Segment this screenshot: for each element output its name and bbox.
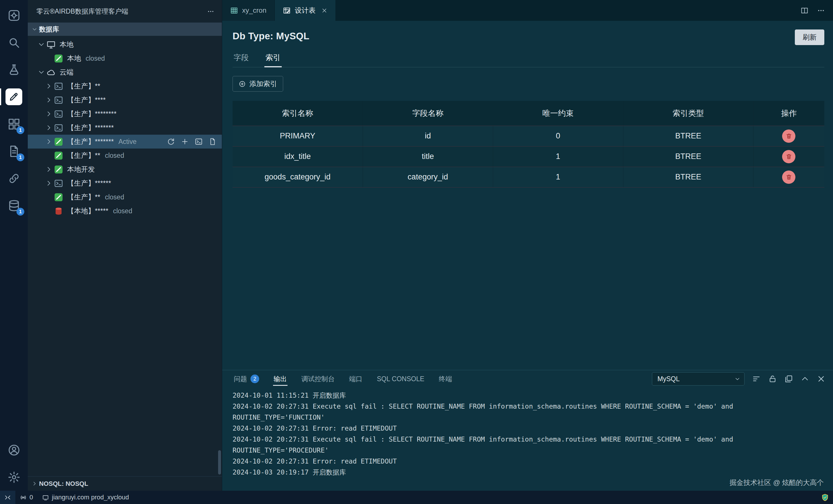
- activity-link[interactable]: [0, 165, 28, 192]
- refresh-button[interactable]: 刷新: [795, 29, 824, 45]
- plus-circle-icon: [239, 80, 246, 87]
- tree-item-label: 本地: [60, 40, 73, 49]
- tree-item[interactable]: 【生产】******: [28, 176, 222, 190]
- chevron-right-icon[interactable]: [44, 138, 54, 145]
- tree-item[interactable]: 【生产】**closed: [28, 190, 222, 204]
- chevron-right-icon[interactable]: [44, 110, 54, 117]
- split-editor-icon[interactable]: [801, 7, 808, 15]
- chevron-down-icon: [735, 376, 740, 382]
- table-cell: idx_title: [233, 146, 363, 167]
- tree-item[interactable]: 【生产】********: [28, 107, 222, 121]
- panel-tab[interactable]: 调试控制台: [301, 371, 335, 387]
- activity-run-debug[interactable]: [0, 56, 28, 83]
- panel-tab[interactable]: 终端: [438, 371, 453, 387]
- output-line: 2024-10-02 20:27:31 Execute sql fail : S…: [233, 434, 805, 456]
- tab-indexes[interactable]: 索引: [264, 53, 282, 67]
- delete-index-button[interactable]: [782, 171, 795, 184]
- remote-host[interactable]: jiangruyi.com prod_xycloud: [38, 491, 134, 504]
- tree-item-label: 【生产】****: [67, 95, 105, 105]
- tree-item[interactable]: 云端: [28, 65, 222, 79]
- tab-xy-cron[interactable]: xy_cron: [222, 0, 275, 21]
- panel-tab[interactable]: 端口: [349, 371, 363, 387]
- tree-item[interactable]: 【生产】*******: [28, 121, 222, 135]
- tree-item[interactable]: 【生产】*******Active: [28, 135, 222, 149]
- sidebar: 零云®AIRDB数据库管理客户端 数据库 本地本地closed云端【生产】**【…: [28, 0, 222, 491]
- chevron-right-icon[interactable]: [44, 83, 54, 90]
- tab-label: 设计表: [295, 6, 315, 15]
- file-icon[interactable]: [209, 137, 217, 146]
- terminal-icon: [54, 123, 63, 133]
- activity-search[interactable]: [0, 29, 28, 56]
- chevron-down-icon[interactable]: [37, 69, 46, 76]
- panel-tab-label: 问题: [234, 375, 247, 383]
- output-line: 2024-10-01 11:15:21 开启数据库: [233, 390, 805, 401]
- tab-design-table[interactable]: 设计表: [275, 0, 336, 21]
- tree-item[interactable]: 本地closed: [28, 51, 222, 65]
- chevron-spacer: [44, 152, 54, 159]
- chevron-spacer: [44, 55, 54, 62]
- tree-item[interactable]: 【生产】**closed: [28, 149, 222, 162]
- plus-icon[interactable]: [181, 137, 189, 146]
- chevron-right-icon: [32, 481, 37, 486]
- editor-column: xy_cron 设计表 刷新 Db Type: MySQL 字段 索引: [222, 0, 833, 491]
- more-actions-icon[interactable]: [207, 8, 214, 15]
- green-db-icon: [54, 165, 63, 174]
- more-actions-icon[interactable]: [817, 7, 825, 15]
- panel-tab[interactable]: 问题2: [233, 371, 260, 387]
- activity-extensions[interactable]: 1: [0, 110, 28, 137]
- docs-badge: 1: [17, 153, 24, 161]
- tree-item[interactable]: 本地开发: [28, 162, 222, 176]
- monitor-icon: [46, 40, 56, 49]
- activity-bar: 1 1 1: [0, 0, 28, 491]
- panel-tab[interactable]: 输出: [273, 371, 287, 387]
- section-databases[interactable]: 数据库: [28, 23, 222, 36]
- tabbar-actions: [801, 0, 833, 21]
- delete-index-button[interactable]: [782, 129, 795, 143]
- open-output-in-editor-icon[interactable]: [784, 375, 793, 383]
- bottom-panel: 问题2输出调试控制台端口SQL CONSOLE终端 MySQL 2024-10-…: [222, 370, 833, 491]
- activity-db-client[interactable]: [0, 83, 28, 110]
- table-cell: goods_category_id: [233, 167, 363, 187]
- terminal-icon[interactable]: [195, 137, 203, 146]
- shield-icon[interactable]: [821, 494, 829, 501]
- activity-app-logo[interactable]: [0, 2, 28, 29]
- tree-item[interactable]: 【本地】*****closed: [28, 204, 222, 218]
- unlock-icon[interactable]: [768, 375, 777, 383]
- tree-item[interactable]: 【生产】**: [28, 79, 222, 93]
- activity-settings[interactable]: [0, 463, 28, 491]
- clear-output-icon[interactable]: [752, 375, 761, 383]
- section-nosql[interactable]: NOSQL: NOSQL: [28, 476, 222, 491]
- remote-indicator[interactable]: [0, 491, 15, 504]
- chevron-right-icon[interactable]: [44, 124, 54, 131]
- chevron-right-icon[interactable]: [44, 97, 54, 103]
- table-cell: BTREE: [623, 126, 753, 146]
- sidebar-scrollbar[interactable]: [218, 450, 221, 475]
- activity-database[interactable]: 1: [0, 192, 28, 219]
- tree-item[interactable]: 【生产】****: [28, 93, 222, 107]
- output-line: 2024-10-02 20:27:31 Error: read ETIMEDOU…: [233, 423, 805, 434]
- tab-fields[interactable]: 字段: [233, 53, 250, 67]
- chevron-right-icon[interactable]: [44, 166, 54, 173]
- selected-channel: MySQL: [658, 375, 680, 383]
- activity-docs[interactable]: 1: [0, 137, 28, 165]
- output-channel-select[interactable]: MySQL: [652, 372, 744, 385]
- tree-item-label: 【生产】********: [67, 109, 117, 119]
- panel-tab[interactable]: SQL CONSOLE: [376, 371, 425, 387]
- close-panel-icon[interactable]: [817, 375, 826, 383]
- refresh-icon[interactable]: [167, 137, 175, 146]
- chevron-right-icon[interactable]: [44, 180, 54, 187]
- tree-item-label: 【本地】*****: [67, 206, 109, 216]
- connection-status: closed: [86, 55, 105, 62]
- add-index-button[interactable]: 添加索引: [233, 76, 283, 92]
- maximize-panel-icon[interactable]: [801, 375, 809, 383]
- chevron-down-icon[interactable]: [37, 41, 46, 48]
- ports-status[interactable]: 0: [15, 491, 38, 504]
- table-cell: category_id: [363, 167, 493, 187]
- close-tab-icon[interactable]: [322, 7, 327, 14]
- terminal-icon: [54, 81, 63, 91]
- delete-index-button[interactable]: [782, 150, 795, 163]
- tab-label: xy_cron: [242, 6, 266, 15]
- activity-account[interactable]: [0, 436, 28, 463]
- tree-item[interactable]: 本地: [28, 37, 222, 51]
- connection-status: closed: [113, 207, 132, 215]
